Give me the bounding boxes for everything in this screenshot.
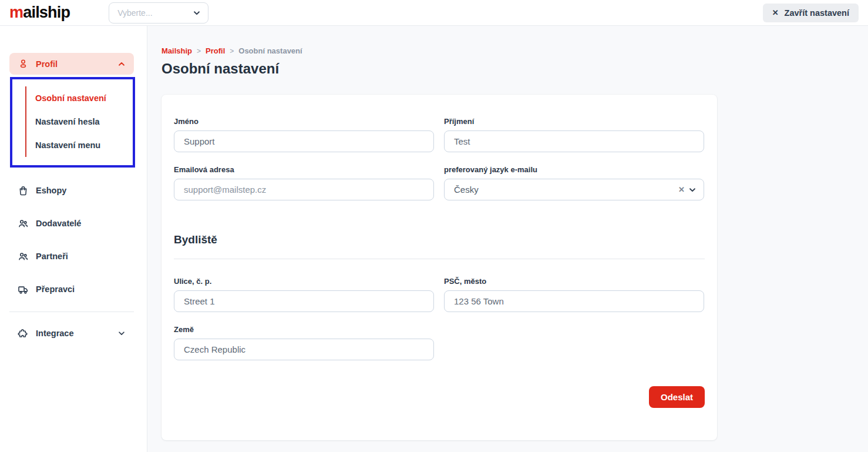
breadcrumb-separator: > xyxy=(197,47,201,55)
chevron-down-icon xyxy=(117,329,126,337)
submenu-item-label: Nastavení hesla xyxy=(26,110,100,133)
close-settings-button[interactable]: ✕ Zavřít nastavení xyxy=(763,4,859,22)
breadcrumb-current: Osobní nastavení xyxy=(238,46,302,55)
logo-m: m xyxy=(9,4,23,21)
sidebar: Profil Osobní nastavení Nastavení hesla … xyxy=(0,26,147,452)
sidebar-item-prepravci[interactable]: Přepravci xyxy=(9,279,134,300)
breadcrumb-separator: > xyxy=(230,47,234,55)
field-ulice: Ulice, č. p. xyxy=(174,277,434,312)
breadcrumb-mailship[interactable]: Mailship xyxy=(162,46,192,55)
email-input[interactable] xyxy=(174,179,434,200)
top-header: mailship Vyberte... ✕ Zavřít nastavení xyxy=(0,0,868,26)
close-icon: ✕ xyxy=(772,8,779,17)
jmeno-input[interactable] xyxy=(174,130,434,152)
logo-rest: ailship xyxy=(23,4,70,21)
sidebar-item-label: Partneři xyxy=(36,252,126,261)
jmeno-label: Jméno xyxy=(174,117,434,126)
field-psc: PSČ, město xyxy=(444,277,704,312)
page-title: Osobní nastavení xyxy=(162,61,868,77)
address-form: Ulice, č. p. PSČ, město Země xyxy=(174,277,705,360)
shopping-bag-icon xyxy=(18,185,29,196)
puzzle-icon xyxy=(18,328,29,339)
field-jmeno: Jméno xyxy=(174,117,434,152)
people-icon xyxy=(18,251,29,262)
sidebar-item-eshopy[interactable]: Eshopy xyxy=(9,180,134,201)
sidebar-item-integrace[interactable]: Integrace xyxy=(9,323,134,344)
close-settings-label: Zavřít nastavení xyxy=(785,8,849,18)
personal-form: Jméno Příjmení Emailová adresa preferova… xyxy=(174,117,705,200)
breadcrumb: Mailship > Profil > Osobní nastavení xyxy=(162,46,868,55)
submenu-item-label: Nastavení menu xyxy=(26,133,100,157)
prijmeni-label: Příjmení xyxy=(444,117,704,126)
field-prijmeni: Příjmení xyxy=(444,117,704,152)
chevron-up-icon xyxy=(117,60,126,68)
sidebar-item-partneri[interactable]: Partneři xyxy=(9,246,134,267)
section-bydliste-title: Bydliště xyxy=(174,233,705,246)
submenu-item-label: Osobní nastavení xyxy=(26,86,106,110)
sidebar-item-profil[interactable]: Profil xyxy=(9,53,134,75)
jazyk-selected-value: Česky xyxy=(454,185,675,195)
annotation-highlight-box: Osobní nastavení Nastavení hesla Nastave… xyxy=(10,77,135,168)
mailship-logo[interactable]: mailship xyxy=(9,5,70,21)
person-icon xyxy=(18,58,29,69)
submit-button[interactable]: Odeslat xyxy=(649,386,705,408)
header-select[interactable]: Vyberte... xyxy=(109,2,208,24)
psc-input[interactable] xyxy=(444,290,704,312)
clear-icon[interactable]: ✕ xyxy=(675,185,688,194)
field-jazyk: preferovaný jazyk e-mailu Česky ✕ xyxy=(444,165,704,200)
sidebar-item-label: Přepravci xyxy=(36,284,126,294)
settings-card: Jméno Příjmení Emailová adresa preferova… xyxy=(162,95,717,440)
sidebar-item-label: Eshopy xyxy=(36,186,126,195)
sidebar-subitem-nastaveni-menu[interactable]: Nastavení menu xyxy=(12,133,133,157)
row-gap xyxy=(174,312,704,325)
truck-icon xyxy=(18,284,29,295)
sidebar-divider xyxy=(9,312,134,312)
sidebar-item-label: Integrace xyxy=(36,329,117,338)
sidebar-subitem-nastaveni-hesla[interactable]: Nastavení hesla xyxy=(12,110,133,133)
chevron-down-icon xyxy=(193,9,201,17)
header-select-placeholder: Vyberte... xyxy=(117,8,193,18)
zeme-label: Země xyxy=(174,325,434,334)
zeme-input[interactable] xyxy=(174,339,434,360)
ulice-label: Ulice, č. p. xyxy=(174,277,434,286)
section-divider xyxy=(174,259,705,259)
breadcrumb-profil[interactable]: Profil xyxy=(206,46,225,55)
submit-row: Odeslat xyxy=(174,386,705,408)
main-content: Mailship > Profil > Osobní nastavení Oso… xyxy=(147,26,868,452)
sidebar-subitem-osobni-nastaveni[interactable]: Osobní nastavení xyxy=(12,86,133,110)
ulice-input[interactable] xyxy=(174,290,434,312)
prijmeni-input[interactable] xyxy=(444,130,704,152)
psc-label: PSČ, město xyxy=(444,277,704,286)
field-zeme: Země xyxy=(174,325,434,360)
email-label: Emailová adresa xyxy=(174,165,434,174)
field-email: Emailová adresa xyxy=(174,165,434,200)
people-icon xyxy=(18,218,29,229)
sidebar-item-label: Dodavatelé xyxy=(36,219,126,228)
sidebar-item-label: Profil xyxy=(36,59,117,69)
chevron-down-icon xyxy=(688,186,697,194)
jazyk-select[interactable]: Česky ✕ xyxy=(444,179,704,200)
row-gap xyxy=(174,152,704,165)
sidebar-item-dodavatele[interactable]: Dodavatelé xyxy=(9,213,134,234)
sidebar-nav: Eshopy Dodavatelé Partneři xyxy=(0,180,147,344)
jazyk-label: preferovaný jazyk e-mailu xyxy=(444,165,704,174)
